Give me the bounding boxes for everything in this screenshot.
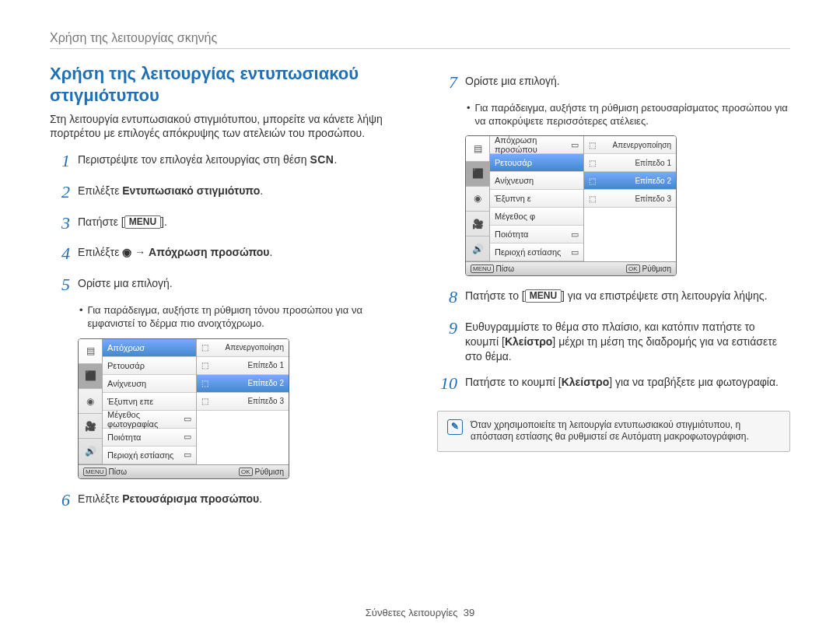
steps-1-5: 1 Περιστρέψτε τον επιλογέα λειτουργίας σ…	[50, 149, 403, 296]
value-icon: ▭	[184, 432, 191, 442]
menu-key-icon: MENU	[471, 264, 494, 273]
step-6: 6 Επιλέξτε Ρετουσάρισμα προσώπου.	[50, 489, 403, 512]
step-number: 3	[50, 212, 70, 235]
mock1-row: Μέγεθος φωτογραφίας▭	[103, 411, 196, 429]
tab-icon: 🎥	[79, 414, 102, 439]
mock2-row: Απόχρωση προσώπου▭	[490, 136, 583, 154]
intro-paragraph: Στη λειτουργία εντυπωσιακού στιγμιότυπου…	[50, 112, 403, 140]
mock1-sub: ⬚Επίπεδο 1	[197, 357, 289, 375]
mock2-footer: MENUΠίσω OKΡύθμιση	[466, 261, 676, 275]
step-7-bullet: Για παράδειγμα, αυξήστε τη ρύθμιση ρετου…	[467, 102, 790, 128]
step-7: 7 Ορίστε μια επιλογή.	[437, 71, 790, 94]
mock2-row: Ανίχνευση	[490, 172, 583, 190]
mock2-row: Έξυπνη ε	[490, 190, 583, 208]
step-number: 10	[437, 372, 457, 395]
step-number: 6	[50, 489, 70, 512]
tab-icon: ◉	[79, 389, 102, 414]
mock2-tabs: ▤ ⬛ ◉ 🎥 🔊	[466, 136, 490, 261]
mock2-sub: ⬚Απενεργοποίηση	[584, 136, 676, 154]
step-6-item: 6 Επιλέξτε Ρετουσάρισμα προσώπου.	[50, 489, 403, 512]
menu-key-icon: MENU	[525, 289, 562, 303]
step-number: 5	[50, 273, 70, 296]
mock2-row: Περιοχή εστίασης▭	[490, 243, 583, 261]
tab-icon-selected: ⬛	[79, 364, 102, 389]
mock1-row: Έξυπνη επε	[103, 393, 196, 411]
steps-8-10: 8 Πατήστε το [MENU] για να επιστρέψετε σ…	[437, 285, 790, 394]
page-title: Χρήση της λειτουργίας εντυπωσιακού στιγμ…	[50, 63, 403, 106]
value-icon: ▭	[184, 414, 191, 424]
camera-menu-screenshot-1: ▤ ⬛ ◉ 🎥 🔊 Απόχρωσ Ρετουσάρ Ανίχνευση Έξυ…	[78, 338, 289, 479]
mock1-row: Ρετουσάρ	[103, 357, 196, 375]
tab-icon: ▤	[79, 339, 102, 364]
mock2-sub-selected: ⬚Επίπεδο 2	[584, 172, 676, 190]
step-9: 9 Ευθυγραμμίστε το θέμα στο πλαίσιο, και…	[437, 317, 790, 364]
scn-icon: SCN	[310, 152, 334, 167]
mock1-sub: ⬚Απενεργοποίηση	[197, 339, 289, 357]
ok-key-icon: OK	[626, 264, 640, 273]
mock1-row: Περιοχή εστίασης▭	[103, 447, 196, 464]
mock1-row: Ποιότητα▭	[103, 429, 196, 447]
mock2-sub: ⬚Επίπεδο 1	[584, 154, 676, 172]
menu-key-icon: MENU	[124, 215, 161, 229]
mock2-sub: ⬚Επίπεδο 3	[584, 190, 676, 208]
camera-mode-icon: ◉	[122, 246, 131, 258]
content-columns: Χρήση της λειτουργίας εντυπωσιακού στιγμ…	[50, 63, 790, 519]
tab-icon: ▤	[466, 136, 489, 161]
step-number: 2	[50, 180, 70, 204]
mock2-row: Ποιότητα▭	[490, 226, 583, 243]
value-icon: ▭	[571, 229, 579, 240]
value-icon: ▭	[571, 247, 579, 257]
step-5-bullet: Για παράδειγμα, αυξήστε τη ρύθμιση τόνου…	[79, 304, 403, 331]
right-column: 7 Ορίστε μια επιλογή. Για παράδειγμα, αυ…	[437, 63, 790, 519]
info-note: ✎ Όταν χρησιμοποιείτε τη λειτουργία εντυ…	[437, 411, 790, 452]
mock2-row-selected: Ρετουσάρ	[490, 154, 583, 172]
mock1-footer: MENUΠίσω OKΡύθμιση	[79, 464, 289, 478]
value-icon: ▭	[571, 140, 579, 150]
page-footer: Σύνθετες λειτουργίες 39	[0, 607, 840, 618]
step-1: 1 Περιστρέψτε τον επιλογέα λειτουργίας σ…	[50, 149, 403, 173]
step-number: 9	[437, 317, 457, 340]
menu-key-icon: MENU	[83, 468, 107, 476]
step-number: 7	[437, 71, 457, 94]
step-5: 5 Ορίστε μια επιλογή.	[50, 273, 403, 296]
tab-icon: 🔊	[466, 236, 489, 261]
step-number: 8	[437, 285, 457, 309]
tab-icon: 🔊	[79, 439, 102, 464]
step-number: 1	[50, 149, 70, 173]
note-text: Όταν χρησιμοποιείτε τη λειτουργία εντυπω…	[471, 419, 780, 443]
tab-icon: 🎥	[466, 212, 489, 236]
step-4: 4 Επιλέξτε ◉ → Απόχρωση προσώπου.	[50, 242, 403, 265]
step-number: 4	[50, 242, 70, 265]
mock1-row-selected: Απόχρωσ	[103, 339, 196, 357]
step-8: 8 Πατήστε το [MENU] για να επιστρέψετε σ…	[437, 285, 790, 309]
step-10: 10 Πατήστε το κουμπί [Κλείστρο] για να τ…	[437, 372, 790, 395]
tab-icon: ◉	[466, 187, 489, 212]
step-1-text: Περιστρέψτε τον επιλογέα λειτουργίας στη…	[78, 153, 310, 166]
mock2-row: Μέγεθος φ	[490, 208, 583, 226]
step-3: 3 Πατήστε [MENU].	[50, 212, 403, 235]
tab-icon-selected: ⬛	[466, 162, 489, 187]
info-icon: ✎	[447, 419, 463, 435]
mock1-row: Ανίχνευση	[103, 375, 196, 393]
mock1-tabs: ▤ ⬛ ◉ 🎥 🔊	[79, 339, 103, 464]
step-7-item: 7 Ορίστε μια επιλογή.	[437, 71, 790, 94]
left-column: Χρήση της λειτουργίας εντυπωσιακού στιγμ…	[50, 63, 403, 519]
mock1-sub-selected: ⬚Επίπεδο 2	[197, 375, 289, 393]
mock1-sub: ⬚Επίπεδο 3	[197, 393, 289, 411]
step-2: 2 Επιλέξτε Εντυπωσιακό στιγμιότυπο.	[50, 180, 403, 204]
ok-key-icon: OK	[239, 468, 253, 476]
section-header: Χρήση της λειτουργίας σκηνής	[50, 31, 790, 49]
value-icon: ▭	[184, 450, 191, 460]
camera-menu-screenshot-2: ▤ ⬛ ◉ 🎥 🔊 Απόχρωση προσώπου▭ Ρετουσάρ Αν…	[465, 135, 677, 276]
